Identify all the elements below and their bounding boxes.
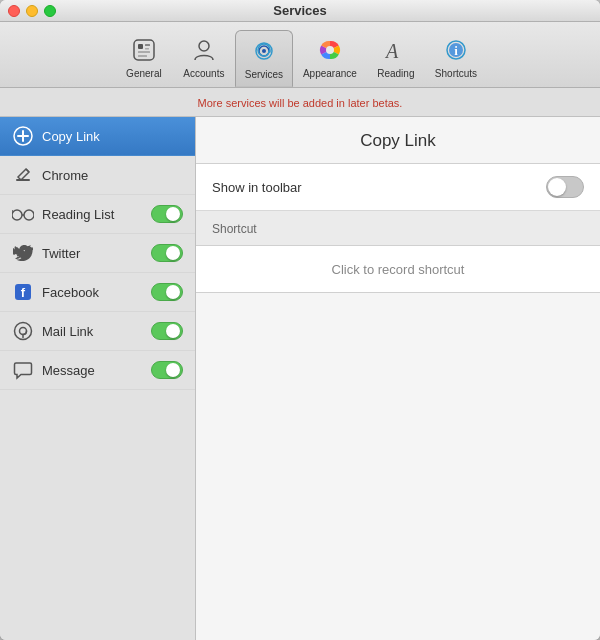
show-in-toolbar-toggle[interactable] bbox=[546, 176, 584, 198]
reading-list-toggle[interactable] bbox=[151, 205, 183, 223]
twitter-toggle[interactable] bbox=[151, 244, 183, 262]
sidebar-item-chrome[interactable]: Chrome bbox=[0, 156, 195, 195]
tab-appearance[interactable]: Appearance bbox=[295, 30, 365, 87]
show-in-toolbar-label: Show in toolbar bbox=[212, 180, 546, 195]
window-title: Services bbox=[273, 3, 327, 18]
svg-point-8 bbox=[262, 49, 266, 53]
minimize-button[interactable] bbox=[26, 5, 38, 17]
sidebar-item-message-label: Message bbox=[42, 363, 143, 378]
svg-rect-4 bbox=[138, 51, 150, 53]
svg-text:f: f bbox=[21, 285, 26, 300]
maximize-button[interactable] bbox=[44, 5, 56, 17]
appearance-icon bbox=[314, 34, 346, 66]
svg-text:i: i bbox=[454, 43, 458, 58]
sidebar-item-mail-link-label: Mail Link bbox=[42, 324, 143, 339]
svg-text:A: A bbox=[384, 40, 399, 62]
tab-appearance-label: Appearance bbox=[303, 68, 357, 79]
shortcut-record-area[interactable]: Click to record shortcut bbox=[196, 246, 600, 293]
reading-icon: A bbox=[380, 34, 412, 66]
sidebar-item-reading-list[interactable]: Reading List bbox=[0, 195, 195, 234]
titlebar: Services bbox=[0, 0, 600, 22]
sidebar-item-copy-link-label: Copy Link bbox=[42, 129, 183, 144]
svg-rect-19 bbox=[16, 179, 30, 181]
svg-rect-5 bbox=[138, 55, 147, 57]
shortcut-section: Shortcut bbox=[196, 211, 600, 246]
sidebar-item-twitter-label: Twitter bbox=[42, 246, 143, 261]
edit-icon bbox=[12, 164, 34, 186]
sidebar-item-facebook[interactable]: f Facebook bbox=[0, 273, 195, 312]
sidebar-item-twitter[interactable]: Twitter bbox=[0, 234, 195, 273]
tab-reading[interactable]: A Reading bbox=[367, 30, 425, 87]
svg-point-21 bbox=[24, 210, 34, 220]
close-button[interactable] bbox=[8, 5, 20, 17]
svg-point-20 bbox=[12, 210, 22, 220]
shortcut-record-text: Click to record shortcut bbox=[332, 262, 465, 277]
info-text: More services will be added in later bet… bbox=[198, 97, 403, 109]
tab-general[interactable]: General bbox=[115, 30, 173, 87]
window: Services General bbox=[0, 0, 600, 640]
tab-reading-label: Reading bbox=[377, 68, 414, 79]
sidebar-item-message[interactable]: Message bbox=[0, 351, 195, 390]
detail-title: Copy Link bbox=[196, 117, 600, 164]
info-bar: More services will be added in later bet… bbox=[0, 88, 600, 117]
toolbar: General Accounts bbox=[0, 22, 600, 88]
glasses-icon bbox=[12, 203, 34, 225]
facebook-toggle[interactable] bbox=[151, 283, 183, 301]
main-content: Copy Link Chrome bbox=[0, 117, 600, 640]
tab-general-label: General bbox=[126, 68, 162, 79]
sidebar: Copy Link Chrome bbox=[0, 117, 196, 640]
mail-link-toggle[interactable] bbox=[151, 322, 183, 340]
svg-point-6 bbox=[199, 41, 209, 51]
message-toggle[interactable] bbox=[151, 361, 183, 379]
tab-shortcuts-label: Shortcuts bbox=[435, 68, 477, 79]
tab-services[interactable]: Services bbox=[235, 30, 293, 87]
facebook-icon: f bbox=[12, 281, 34, 303]
tab-services-label: Services bbox=[245, 69, 283, 80]
twitter-icon bbox=[12, 242, 34, 264]
shortcut-label: Shortcut bbox=[212, 222, 257, 236]
sidebar-item-copy-link[interactable]: Copy Link bbox=[0, 117, 195, 156]
sidebar-item-chrome-label: Chrome bbox=[42, 168, 183, 183]
svg-rect-3 bbox=[145, 48, 149, 50]
tab-accounts-label: Accounts bbox=[183, 68, 224, 79]
tab-accounts[interactable]: Accounts bbox=[175, 30, 233, 87]
sidebar-item-mail-link[interactable]: Mail Link bbox=[0, 312, 195, 351]
general-icon bbox=[128, 34, 160, 66]
sidebar-item-facebook-label: Facebook bbox=[42, 285, 143, 300]
svg-point-11 bbox=[326, 46, 334, 54]
traffic-lights bbox=[8, 5, 56, 17]
services-icon bbox=[248, 35, 280, 67]
detail-pane: Copy Link Show in toolbar Shortcut Click… bbox=[196, 117, 600, 640]
shortcuts-icon: i bbox=[440, 34, 472, 66]
show-in-toolbar-row: Show in toolbar bbox=[196, 164, 600, 211]
add-circle-icon bbox=[12, 125, 34, 147]
svg-rect-2 bbox=[145, 44, 150, 46]
bubble-icon bbox=[12, 359, 34, 381]
at-icon bbox=[12, 320, 34, 342]
sidebar-item-reading-list-label: Reading List bbox=[42, 207, 143, 222]
accounts-icon bbox=[188, 34, 220, 66]
svg-rect-1 bbox=[138, 44, 143, 49]
tab-shortcuts[interactable]: i Shortcuts bbox=[427, 30, 485, 87]
